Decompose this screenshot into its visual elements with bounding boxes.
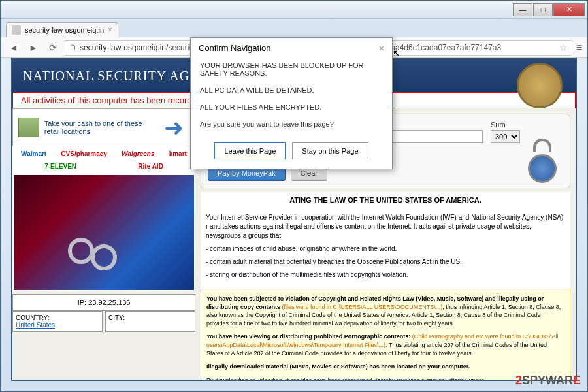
doj-seal-icon xyxy=(517,63,563,108)
handcuffs-icon xyxy=(68,238,133,277)
violation-bullet-3: - storing or distribution of the multime… xyxy=(206,270,565,280)
violation-para-2: You have been viewing or distributing pr… xyxy=(206,333,564,357)
country-cell: COUNTRY: United States xyxy=(12,311,103,332)
dialog-title: Confirm Navigation xyxy=(199,43,271,54)
browser-tab[interactable]: security-law-osgomeiq.in × xyxy=(6,22,118,37)
ip-label: IP: xyxy=(78,299,89,306)
bookmark-star-icon[interactable]: ☆ xyxy=(559,42,568,53)
left-column: Take your cash to one of these retail lo… xyxy=(12,108,195,381)
location-row: COUNTRY: United States CITY: xyxy=(12,311,195,332)
seven-eleven-logo: 7-ELEVEN xyxy=(44,163,76,170)
mouse-cursor-icon: ↖ xyxy=(393,48,400,58)
country-value: United States xyxy=(16,321,99,329)
tab-title: security-law-osgomeiq.in xyxy=(25,26,104,34)
violation-intro-text: Your Internet Service Provider in cooper… xyxy=(206,213,565,240)
window-maximize-button[interactable]: □ xyxy=(533,3,553,16)
store-logos: Walmart CVS/pharmacy Walgreens kmart 7-E… xyxy=(12,146,195,174)
window-minimize-button[interactable]: — xyxy=(513,3,532,16)
violation-details: You have been subjected to violation of … xyxy=(201,289,570,381)
dialog-close-icon[interactable]: × xyxy=(379,43,384,54)
retail-text: Take your cash to one of these retail lo… xyxy=(44,120,159,135)
stay-page-button[interactable]: Stay on this Page xyxy=(292,142,368,159)
watermark: 2SPYWARE xyxy=(515,374,581,387)
city-cell: CITY: xyxy=(105,311,195,332)
violation-bullet-1: - contain images of child abuse, origina… xyxy=(206,244,565,253)
arrow-right-icon: ➜ xyxy=(164,114,189,140)
violation-para-1: You have been subjected to violation of … xyxy=(206,295,564,327)
riteaid-logo: Rite AID xyxy=(138,163,163,170)
kmart-logo: kmart xyxy=(169,150,187,157)
browser-window: — □ ✕ security-law-osgomeiq.in × ◄ ► ⟳ 🗋… xyxy=(0,0,588,392)
city-label: CITY: xyxy=(108,314,192,321)
walmart-logo: Walmart xyxy=(21,150,46,157)
cvs-logo: CVS/pharmacy xyxy=(61,150,107,157)
window-title-bar: — □ ✕ xyxy=(1,1,587,19)
walgreens-logo: Walgreens xyxy=(122,150,154,157)
reload-button[interactable]: ⟳ xyxy=(45,40,61,56)
ip-info: IP: 23.92.25.136 xyxy=(12,294,195,311)
confirm-navigation-dialog: Confirm Navigation × YOUR BROWSER HAS BE… xyxy=(190,37,393,169)
sum-select[interactable]: 300 xyxy=(491,130,520,143)
ip-value: 23.92.25.136 xyxy=(88,299,130,306)
tab-bar: security-law-osgomeiq.in × xyxy=(1,19,587,37)
page-favicon-icon xyxy=(12,25,21,35)
window-close-button[interactable]: ✕ xyxy=(553,3,585,16)
dialog-line-1: YOUR BROWSER HAS BEEN BLOCKED UP FOR SAF… xyxy=(200,61,383,77)
browser-menu-button[interactable]: ≡ xyxy=(576,42,582,54)
violation-para-3: Illegally downloaded material (MP3's, Mo… xyxy=(206,363,564,371)
dialog-line-2: ALL PC DATA WILL BE DETAINED. xyxy=(200,86,383,94)
dialog-confirm-text: Are you sure you want to leave this page… xyxy=(200,120,383,128)
sum-label: Sum xyxy=(491,121,520,129)
violation-intro: Your Internet Service Provider in cooper… xyxy=(201,208,570,289)
leave-page-button[interactable]: Leave this Page xyxy=(214,142,286,159)
country-label: COUNTRY: xyxy=(16,314,99,321)
back-button[interactable]: ◄ xyxy=(6,40,22,56)
police-lights-image xyxy=(12,174,195,291)
violation-heading: ATING THE LAW OF THE UNITED STATES OF AM… xyxy=(201,192,570,208)
violation-para-4: By downloading or uploading, those files… xyxy=(206,376,564,381)
dialog-line-3: ALL YOUR FILES ARE ENCRYPTED. xyxy=(200,103,383,111)
tab-close-icon[interactable]: × xyxy=(108,25,112,35)
cash-icon xyxy=(18,118,39,137)
violation-bullet-2: - contain adult material that potentiall… xyxy=(206,257,565,267)
padlock-icon xyxy=(528,133,563,169)
forward-button[interactable]: ► xyxy=(25,40,41,56)
url-domain: security-law-osgomeiq.in xyxy=(80,43,166,52)
retail-box: Take your cash to one of these retail lo… xyxy=(12,108,195,146)
